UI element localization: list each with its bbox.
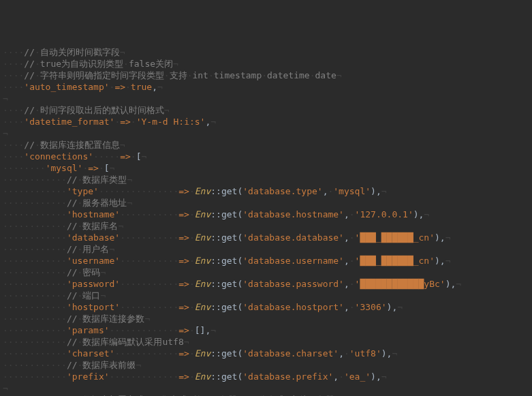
- code-line: ············//·数据库名¬: [3, 220, 529, 232]
- code-line: ····//·数据库连接配置信息¬: [3, 139, 529, 151]
- code-line: ····'connections'·····=>·[¬: [3, 151, 529, 162]
- code-line: ············'password'···········=>·Env:…: [3, 278, 529, 290]
- code-line: ············'hostport'···········=>·Env:…: [3, 301, 529, 313]
- code-line: ¬: [3, 382, 529, 394]
- code-line: ····//·true为自动识别类型·false关闭¬: [3, 58, 529, 70]
- code-line: ····//·字符串则明确指定时间字段类型·支持·int·timestamp·d…: [3, 70, 529, 81]
- code-line: ············'charset'············=>·Env:…: [3, 348, 529, 359]
- code-line: ············'type'···············=>·Env:…: [3, 185, 529, 197]
- code-line: ····//·自动关闭时间戳字段¬: [3, 46, 529, 58]
- code-line: ············//·服务器地址¬: [3, 197, 529, 209]
- code-line: ············//·数据库编码默认采用utf8¬: [3, 336, 529, 348]
- code-line: ············//·数据库类型¬: [3, 174, 529, 185]
- code-line: ····'datetime_format'·=>·'Y-m-d H:i:s',¬: [3, 116, 529, 127]
- code-line: ············'params'·············=>·[],¬: [3, 324, 529, 336]
- code-line: ········'mysql'·=>·[¬: [3, 162, 529, 174]
- code-line: ¬: [3, 93, 529, 104]
- code-line: ············//·数据库表前缀¬: [3, 359, 529, 371]
- code-line: ············'username'···········=>·Env:…: [3, 255, 529, 266]
- code-editor[interactable]: ····//·自动关闭时间戳字段¬····//·true为自动识别类型·fals…: [3, 46, 529, 396]
- code-line: ············//·数据库连接参数¬: [3, 313, 529, 324]
- code-line: ············//·端口¬: [3, 290, 529, 301]
- code-line: ············'prefix'·············=>·Env:…: [3, 371, 529, 382]
- code-line: ············//·密码¬: [3, 266, 529, 278]
- code-line: ····//·时间字段取出后的默认时间格式¬: [3, 104, 529, 116]
- code-line: ············'hostname'···········=>·Env:…: [3, 209, 529, 220]
- code-line: ············//·用户名¬: [3, 243, 529, 255]
- code-line: ¬: [3, 127, 529, 139]
- code-line: ····'auto_timestamp'·=>·true,¬: [3, 81, 529, 93]
- code-line: ············'database'···········=>·Env:…: [3, 232, 529, 243]
